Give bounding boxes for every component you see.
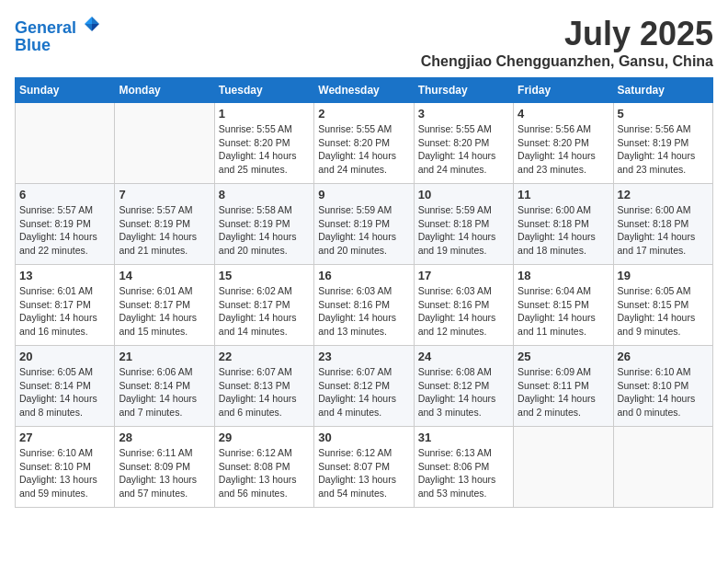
day-number: 8: [219, 188, 310, 201]
header-wednesday: Wednesday: [314, 78, 414, 103]
logo-blue: Blue: [15, 36, 101, 55]
calendar-cell: 12Sunrise: 6:00 AM Sunset: 8:18 PM Dayli…: [613, 184, 712, 265]
month-title: July 2025: [421, 15, 713, 53]
day-info: Sunrise: 6:05 AM Sunset: 8:15 PM Dayligh…: [618, 284, 709, 339]
calendar-cell: [514, 427, 613, 508]
day-number: 3: [418, 107, 509, 121]
day-number: 23: [318, 350, 409, 363]
calendar-cell: 2Sunrise: 5:55 AM Sunset: 8:20 PM Daylig…: [314, 103, 414, 184]
day-info: Sunrise: 6:01 AM Sunset: 8:17 PM Dayligh…: [119, 284, 210, 339]
calendar-cell: 24Sunrise: 6:08 AM Sunset: 8:12 PM Dayli…: [414, 346, 513, 427]
calendar-cell: 22Sunrise: 6:07 AM Sunset: 8:13 PM Dayli…: [214, 346, 313, 427]
calendar-cell: 17Sunrise: 6:03 AM Sunset: 8:16 PM Dayli…: [414, 265, 513, 346]
day-info: Sunrise: 5:55 AM Sunset: 8:20 PM Dayligh…: [318, 122, 409, 177]
day-number: 13: [19, 269, 110, 282]
day-number: 7: [119, 188, 210, 201]
day-info: Sunrise: 5:56 AM Sunset: 8:20 PM Dayligh…: [518, 122, 609, 177]
calendar-cell: 4Sunrise: 5:56 AM Sunset: 8:20 PM Daylig…: [514, 103, 613, 184]
logo-icon: [83, 15, 101, 33]
calendar-cell: 31Sunrise: 6:13 AM Sunset: 8:06 PM Dayli…: [414, 427, 513, 508]
day-info: Sunrise: 6:02 AM Sunset: 8:17 PM Dayligh…: [219, 284, 310, 339]
day-info: Sunrise: 6:07 AM Sunset: 8:13 PM Dayligh…: [219, 365, 310, 419]
svg-marker-1: [85, 17, 92, 24]
calendar-cell: 21Sunrise: 6:06 AM Sunset: 8:14 PM Dayli…: [115, 346, 214, 427]
header-monday: Monday: [115, 78, 214, 103]
calendar-cell: 1Sunrise: 5:55 AM Sunset: 8:20 PM Daylig…: [214, 103, 313, 184]
svg-marker-3: [92, 24, 99, 31]
day-info: Sunrise: 6:09 AM Sunset: 8:11 PM Dayligh…: [518, 365, 609, 419]
header-saturday: Saturday: [613, 78, 712, 103]
calendar-cell: 20Sunrise: 6:05 AM Sunset: 8:14 PM Dayli…: [16, 346, 115, 427]
day-number: 27: [19, 431, 110, 444]
svg-marker-2: [85, 24, 92, 31]
header-friday: Friday: [514, 78, 613, 103]
logo-text: General: [15, 15, 101, 38]
calendar-cell: 18Sunrise: 6:04 AM Sunset: 8:15 PM Dayli…: [514, 265, 613, 346]
calendar-cell: 15Sunrise: 6:02 AM Sunset: 8:17 PM Dayli…: [214, 265, 313, 346]
calendar-cell: 19Sunrise: 6:05 AM Sunset: 8:15 PM Dayli…: [613, 265, 712, 346]
day-number: 14: [119, 269, 210, 282]
calendar-cell: 10Sunrise: 5:59 AM Sunset: 8:18 PM Dayli…: [414, 184, 513, 265]
day-info: Sunrise: 6:13 AM Sunset: 8:06 PM Dayligh…: [418, 446, 509, 500]
calendar-cell: 27Sunrise: 6:10 AM Sunset: 8:10 PM Dayli…: [16, 427, 115, 508]
calendar-cell: [115, 103, 214, 184]
calendar-cell: 6Sunrise: 5:57 AM Sunset: 8:19 PM Daylig…: [16, 184, 115, 265]
calendar-cell: 23Sunrise: 6:07 AM Sunset: 8:12 PM Dayli…: [314, 346, 414, 427]
day-info: Sunrise: 5:55 AM Sunset: 8:20 PM Dayligh…: [219, 122, 310, 177]
day-number: 11: [518, 188, 609, 201]
day-info: Sunrise: 6:05 AM Sunset: 8:14 PM Dayligh…: [19, 365, 110, 419]
calendar-cell: 7Sunrise: 5:57 AM Sunset: 8:19 PM Daylig…: [115, 184, 214, 265]
header-thursday: Thursday: [414, 78, 513, 103]
week-row-2: 6Sunrise: 5:57 AM Sunset: 8:19 PM Daylig…: [16, 184, 713, 265]
calendar-cell: 26Sunrise: 6:10 AM Sunset: 8:10 PM Dayli…: [613, 346, 712, 427]
day-info: Sunrise: 6:12 AM Sunset: 8:08 PM Dayligh…: [219, 446, 310, 500]
day-info: Sunrise: 5:59 AM Sunset: 8:19 PM Dayligh…: [318, 203, 409, 258]
day-info: Sunrise: 6:06 AM Sunset: 8:14 PM Dayligh…: [119, 365, 210, 419]
day-info: Sunrise: 6:00 AM Sunset: 8:18 PM Dayligh…: [618, 203, 709, 258]
day-info: Sunrise: 5:56 AM Sunset: 8:19 PM Dayligh…: [618, 122, 709, 177]
week-row-1: 1Sunrise: 5:55 AM Sunset: 8:20 PM Daylig…: [16, 103, 713, 184]
day-number: 2: [318, 107, 409, 121]
day-number: 28: [119, 431, 210, 444]
calendar-cell: [16, 103, 115, 184]
calendar-cell: 16Sunrise: 6:03 AM Sunset: 8:16 PM Dayli…: [314, 265, 414, 346]
day-number: 17: [418, 269, 509, 282]
day-number: 24: [418, 350, 509, 363]
day-number: 31: [418, 431, 509, 444]
calendar-cell: 29Sunrise: 6:12 AM Sunset: 8:08 PM Dayli…: [214, 427, 313, 508]
calendar-cell: 11Sunrise: 6:00 AM Sunset: 8:18 PM Dayli…: [514, 184, 613, 265]
calendar-cell: 25Sunrise: 6:09 AM Sunset: 8:11 PM Dayli…: [514, 346, 613, 427]
day-number: 1: [219, 107, 310, 121]
calendar-table: SundayMondayTuesdayWednesdayThursdayFrid…: [15, 77, 713, 508]
calendar-cell: 9Sunrise: 5:59 AM Sunset: 8:19 PM Daylig…: [314, 184, 414, 265]
day-info: Sunrise: 6:01 AM Sunset: 8:17 PM Dayligh…: [19, 284, 110, 339]
day-number: 20: [19, 350, 110, 363]
day-number: 4: [518, 107, 609, 121]
week-row-4: 20Sunrise: 6:05 AM Sunset: 8:14 PM Dayli…: [16, 346, 713, 427]
calendar-cell: 13Sunrise: 6:01 AM Sunset: 8:17 PM Dayli…: [16, 265, 115, 346]
day-number: 10: [418, 188, 509, 201]
page-header: General Blue July 2025 Chengjiao Chenggu…: [15, 15, 713, 70]
calendar-cell: 5Sunrise: 5:56 AM Sunset: 8:19 PM Daylig…: [613, 103, 712, 184]
day-number: 21: [119, 350, 210, 363]
day-number: 22: [219, 350, 310, 363]
day-number: 25: [518, 350, 609, 363]
day-number: 19: [618, 269, 709, 282]
day-info: Sunrise: 6:10 AM Sunset: 8:10 PM Dayligh…: [19, 446, 110, 500]
title-block: July 2025 Chengjiao Chengguanzhen, Gansu…: [421, 15, 713, 70]
calendar-cell: 8Sunrise: 5:58 AM Sunset: 8:19 PM Daylig…: [214, 184, 313, 265]
day-info: Sunrise: 6:08 AM Sunset: 8:12 PM Dayligh…: [418, 365, 509, 419]
day-number: 6: [19, 188, 110, 201]
day-info: Sunrise: 5:57 AM Sunset: 8:19 PM Dayligh…: [19, 203, 110, 258]
calendar-cell: 28Sunrise: 6:11 AM Sunset: 8:09 PM Dayli…: [115, 427, 214, 508]
calendar-cell: 3Sunrise: 5:55 AM Sunset: 8:20 PM Daylig…: [414, 103, 513, 184]
week-row-5: 27Sunrise: 6:10 AM Sunset: 8:10 PM Dayli…: [16, 427, 713, 508]
day-number: 12: [618, 188, 709, 201]
calendar-cell: 14Sunrise: 6:01 AM Sunset: 8:17 PM Dayli…: [115, 265, 214, 346]
day-number: 30: [318, 431, 409, 444]
day-info: Sunrise: 6:03 AM Sunset: 8:16 PM Dayligh…: [418, 284, 509, 339]
day-info: Sunrise: 5:58 AM Sunset: 8:19 PM Dayligh…: [219, 203, 310, 258]
day-number: 5: [618, 107, 709, 121]
day-info: Sunrise: 6:03 AM Sunset: 8:16 PM Dayligh…: [318, 284, 409, 339]
header-row: SundayMondayTuesdayWednesdayThursdayFrid…: [16, 78, 713, 103]
